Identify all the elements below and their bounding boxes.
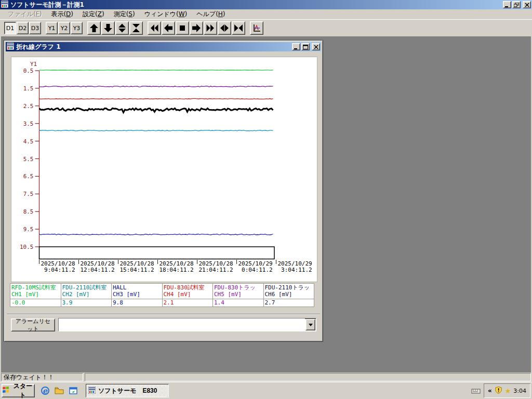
toolbar-button-d1[interactable]: D1 (4, 22, 16, 34)
menu-item-d[interactable]: 表示(D) (46, 9, 78, 19)
keyboard-icon[interactable] (471, 388, 481, 394)
legend-channel-value: 9.8 (112, 299, 162, 307)
toolbar-button-arrows-out-vertical[interactable] (115, 21, 129, 35)
toolbar-group (87, 21, 143, 35)
folder-icon[interactable] (54, 385, 64, 396)
arrows-in-horizontal-icon (234, 23, 243, 33)
toolbar-button-arrows-in-vertical[interactable] (129, 21, 143, 35)
arrows-out-vertical-icon (117, 23, 127, 33)
legend-channel-name: FDU-830試料室CH4 [mV] (163, 284, 213, 299)
status-panel-empty (85, 373, 531, 381)
toolbar-button-arrow-up[interactable] (87, 21, 101, 35)
graph-maximize-button[interactable] (301, 43, 310, 50)
alarm-combobox-input[interactable] (59, 318, 305, 331)
app-icon (88, 387, 96, 395)
svg-text:4.5: 4.5 (23, 138, 34, 145)
start-label: スタート (11, 382, 34, 399)
svg-text:21:04:11.2: 21:04:11.2 (199, 267, 233, 273)
alarm-reset-button[interactable]: アラームリセット (11, 318, 55, 331)
toolbar-button-arrow-right[interactable] (190, 21, 203, 35)
menu-item-w[interactable]: ウィンドウ(W) (140, 9, 192, 19)
graph-window-icon (7, 43, 14, 51)
status-message: 保存ウェイト！！ (1, 373, 83, 381)
shield-alert-icon[interactable] (495, 386, 502, 396)
svg-text:9.5: 9.5 (23, 226, 34, 233)
svg-text:9:04:11.2: 9:04:11.2 (44, 267, 75, 273)
menu-item-s[interactable]: 測定(S) (109, 9, 140, 19)
legend-channel-value: 1.4 (213, 299, 263, 307)
taskbar-app-button[interactable]: ソフトサーモ E830 (86, 384, 169, 397)
toolbar: D1D2D3Y1Y2Y3 (0, 19, 532, 36)
toolbar-button-stop-square[interactable] (176, 21, 189, 35)
svg-text:Y1: Y1 (30, 61, 37, 68)
alarm-combobox[interactable] (58, 318, 316, 331)
toolbar-button-double-right[interactable] (204, 21, 217, 35)
ie-icon[interactable]: e (40, 385, 50, 396)
double-right-icon (206, 23, 215, 33)
windows-logo-icon (2, 387, 10, 395)
svg-text:e: e (43, 387, 48, 395)
double-left-icon (150, 23, 159, 33)
svg-text:0.5: 0.5 (23, 68, 34, 74)
toolbar-button-arrow-down[interactable] (101, 21, 115, 35)
graph-window-title: 折れ線グラフ 1 (16, 43, 291, 51)
toolbar-group (250, 21, 263, 35)
series-2-line (39, 130, 273, 131)
tray-chevron[interactable]: « (488, 387, 492, 394)
desktop: ソフトサーモ計測－計測1 ファイル(F)表示(D)設定(Z)測定(S)ウィンドウ… (0, 0, 532, 399)
svg-text:2.5: 2.5 (23, 103, 34, 110)
legend-channel-6: FDU-2110トラッCH6 [mV]2.7 (263, 283, 315, 307)
menu-item-h[interactable]: ヘルプ(H) (192, 9, 230, 19)
svg-text:10.5: 10.5 (20, 244, 34, 250)
toolbar-button-double-left[interactable] (148, 21, 161, 35)
svg-text:7.5: 7.5 (23, 191, 34, 197)
mdi-area: 折れ線グラフ 1 Y10.51.52.53.54.55.56.57.58.59.… (1, 36, 531, 373)
taskbar: スタート e (0, 382, 532, 399)
toolbar-button-arrows-in-horizontal[interactable] (232, 21, 245, 35)
graph-minimize-button[interactable] (292, 43, 300, 50)
toolbar-group (148, 21, 245, 35)
toolbar-button-d3[interactable]: D3 (29, 22, 41, 34)
toolbar-button-chart[interactable] (250, 21, 263, 35)
svg-text:0:04:11.2: 0:04:11.2 (242, 267, 273, 273)
menu-item-z[interactable]: 設定(Z) (78, 9, 109, 19)
clock: 3:04 (513, 388, 526, 394)
restore-button[interactable] (512, 1, 521, 8)
toolbar-group: D1D2D3 (4, 22, 41, 34)
star-icon[interactable]: ★ (505, 387, 511, 395)
toolbar-button-arrow-left[interactable] (162, 21, 175, 35)
menu-item-f[interactable]: ファイル(F) (3, 9, 46, 19)
legend-channel-name: FDU-830トラッCH5 [mV] (213, 284, 263, 299)
svg-text:3:04:11.2: 3:04:11.2 (281, 267, 312, 273)
svg-text:12:04:11.2: 12:04:11.2 (81, 267, 115, 273)
svg-text:8.5: 8.5 (23, 208, 34, 215)
toolbar-button-y1[interactable]: Y1 (46, 22, 58, 34)
arrow-right-icon (192, 23, 201, 33)
app-icon (1, 1, 8, 9)
close-button[interactable] (523, 1, 531, 8)
start-button[interactable]: スタート (2, 384, 35, 397)
minimize-button[interactable] (503, 1, 511, 8)
x-range-box[interactable] (39, 247, 275, 259)
legend-channel-name: RFD-10MS試料室CH1 [mV] (10, 284, 61, 299)
toolbar-group: Y1Y2Y3 (46, 22, 83, 34)
legend-channel-1: RFD-10MS試料室CH1 [mV]-0.0 (10, 283, 61, 307)
main-titlebar: ソフトサーモ計測－計測1 (0, 0, 532, 9)
window-icon[interactable] (68, 385, 78, 396)
arrow-up-icon (89, 23, 99, 33)
toolbar-button-arrows-out-horizontal[interactable] (218, 21, 231, 35)
taskbar-app-label: ソフトサーモ E830 (98, 387, 157, 395)
svg-text:6.5: 6.5 (23, 173, 34, 180)
toolbar-button-y3[interactable]: Y3 (71, 22, 83, 34)
legend-channel-3: HALLCH3 [mV]9.8 (111, 283, 163, 307)
graph-window: 折れ線グラフ 1 Y10.51.52.53.54.55.56.57.58.59.… (4, 40, 323, 342)
svg-text:3.5: 3.5 (23, 121, 34, 127)
toolbar-button-d2[interactable]: D2 (17, 22, 29, 34)
legend-channel-name: FDU-2110試料室CH2 [mV] (61, 284, 112, 299)
graph-close-button[interactable] (312, 43, 320, 50)
combobox-dropdown-button[interactable] (305, 319, 315, 330)
quick-launch: e (40, 385, 78, 396)
toolbar-button-y2[interactable]: Y2 (58, 22, 70, 34)
legend-channel-value: 2.7 (264, 299, 314, 307)
legend-channel-4: FDU-830試料室CH4 [mV]2.1 (162, 283, 214, 307)
